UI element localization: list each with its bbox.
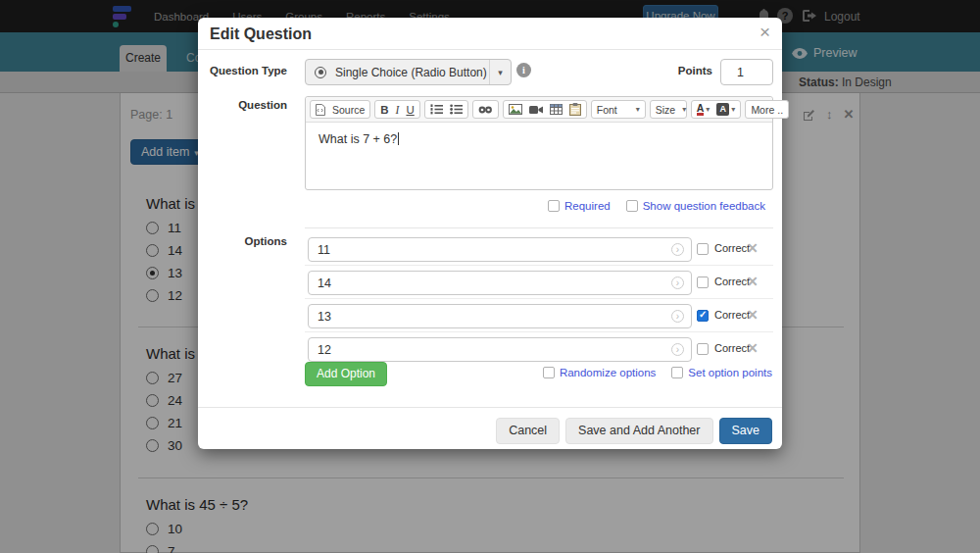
options-divider: [305, 227, 773, 228]
option-type-icon[interactable]: ›: [671, 343, 684, 356]
delete-option-icon[interactable]: ✕: [747, 240, 759, 256]
edit-question-modal: Edit Question × Question Type Single Cho…: [198, 18, 782, 449]
save-button[interactable]: Save: [719, 418, 773, 444]
video-icon[interactable]: [529, 105, 543, 115]
cancel-button[interactable]: Cancel: [496, 418, 560, 444]
modal-footer: Cancel Save and Add Another Save: [198, 407, 782, 449]
list-group: [424, 100, 468, 119]
correct-checkbox[interactable]: [697, 243, 709, 255]
delete-option-icon[interactable]: ✕: [747, 274, 759, 289]
set-option-points-label: Set option points: [688, 367, 772, 378]
randomize-checkbox[interactable]: [543, 367, 555, 378]
text-style-group: B I U: [374, 100, 419, 119]
chevron-down-icon: ▾: [731, 105, 735, 114]
option-row-4: › Correct ✕: [198, 337, 782, 362]
required-checkbox-item[interactable]: Required: [548, 200, 611, 212]
image-icon[interactable]: [509, 104, 522, 115]
media-group: [503, 100, 587, 119]
chevron-down-icon: ▾: [682, 105, 686, 114]
correct-checkbox[interactable]: [697, 276, 709, 288]
option-input[interactable]: [308, 337, 692, 362]
italic-button[interactable]: I: [396, 104, 400, 116]
text-color-button[interactable]: A ▾: [697, 103, 710, 116]
bullet-list-icon[interactable]: [450, 104, 463, 115]
chevron-down-icon[interactable]: ▾: [489, 60, 511, 84]
question-type-value: Single Choice (Radio Button): [335, 66, 489, 79]
feedback-checkbox[interactable]: [626, 200, 638, 212]
info-icon[interactable]: i: [516, 63, 531, 77]
ordered-list-icon[interactable]: [430, 104, 443, 115]
question-editor-text: What is 7 + 6?: [318, 132, 397, 146]
more-button[interactable]: More ..: [745, 100, 789, 119]
chevron-down-icon: ▾: [706, 105, 710, 114]
randomize-label: Randomize options: [560, 367, 656, 378]
option-type-icon[interactable]: ›: [671, 276, 684, 289]
chevron-down-icon: ▾: [636, 105, 640, 114]
size-dropdown[interactable]: Size ▾: [650, 100, 687, 119]
table-icon[interactable]: [550, 104, 563, 115]
font-dropdown[interactable]: Font ▾: [591, 100, 646, 119]
points-input[interactable]: [720, 59, 773, 85]
randomize-checkbox-item[interactable]: Randomize options: [543, 367, 656, 378]
link-icon[interactable]: [478, 106, 493, 114]
text-color-icon: A: [697, 103, 705, 116]
bold-button[interactable]: B: [380, 104, 388, 116]
background-color-icon: A: [716, 103, 729, 116]
set-option-points-checkbox[interactable]: [671, 367, 683, 378]
question-text-editor[interactable]: What is 7 + 6?: [306, 123, 772, 156]
option-type-icon[interactable]: ›: [671, 310, 684, 323]
option-input[interactable]: [308, 237, 692, 262]
correct-label: Correct: [714, 342, 750, 354]
required-label: Required: [564, 200, 611, 212]
delete-option-icon[interactable]: ✕: [747, 340, 759, 356]
paste-icon[interactable]: [569, 103, 581, 116]
option-input[interactable]: [308, 271, 692, 295]
feedback-checkbox-item[interactable]: Show question feedback: [626, 200, 765, 212]
app-screen: Dashboard Users Groups Reports Settings …: [0, 0, 980, 553]
points-label: Points: [629, 65, 712, 76]
text-cursor: [398, 132, 399, 145]
editor-toolbar: Source B I U: [306, 97, 772, 123]
option-row-3: › Correct ✕: [198, 304, 782, 328]
set-option-points-item[interactable]: Set option points: [671, 367, 772, 378]
link-group: [472, 100, 499, 119]
option-settings-row: Randomize options Set option points: [198, 367, 772, 378]
source-button[interactable]: Source: [310, 100, 370, 119]
correct-label: Correct: [714, 242, 750, 254]
option-input[interactable]: [308, 304, 692, 328]
question-label: Question: [198, 99, 287, 111]
correct-label: Correct: [714, 276, 750, 287]
modal-header: Edit Question ×: [198, 18, 782, 50]
correct-label: Correct: [714, 309, 750, 321]
delete-option-icon[interactable]: ✕: [747, 307, 759, 323]
question-type-label: Question Type: [198, 65, 287, 76]
underline-button[interactable]: U: [406, 104, 414, 116]
option-row-2: › Correct ✕: [198, 271, 782, 295]
feedback-label: Show question feedback: [643, 200, 765, 212]
rich-text-editor: Source B I U: [305, 96, 773, 190]
source-icon: [316, 104, 325, 116]
modal-title: Edit Question: [210, 25, 312, 43]
color-group: A ▾ A ▾: [691, 100, 742, 119]
question-flags-row: Required Show question feedback: [198, 200, 765, 212]
option-row-1: › Correct ✕: [198, 237, 782, 262]
question-type-select[interactable]: Single Choice (Radio Button) ▾: [305, 59, 512, 85]
save-and-add-another-button[interactable]: Save and Add Another: [565, 418, 712, 444]
radio-type-icon: [315, 67, 326, 78]
close-icon[interactable]: ×: [760, 23, 770, 42]
option-separator: [305, 331, 773, 332]
correct-checkbox[interactable]: [697, 343, 709, 355]
option-type-icon[interactable]: ›: [671, 243, 684, 256]
option-separator: [305, 265, 773, 266]
option-separator: [305, 298, 773, 299]
required-checkbox[interactable]: [548, 200, 560, 212]
correct-checkbox[interactable]: [697, 310, 709, 322]
background-color-button[interactable]: A ▾: [716, 103, 735, 116]
